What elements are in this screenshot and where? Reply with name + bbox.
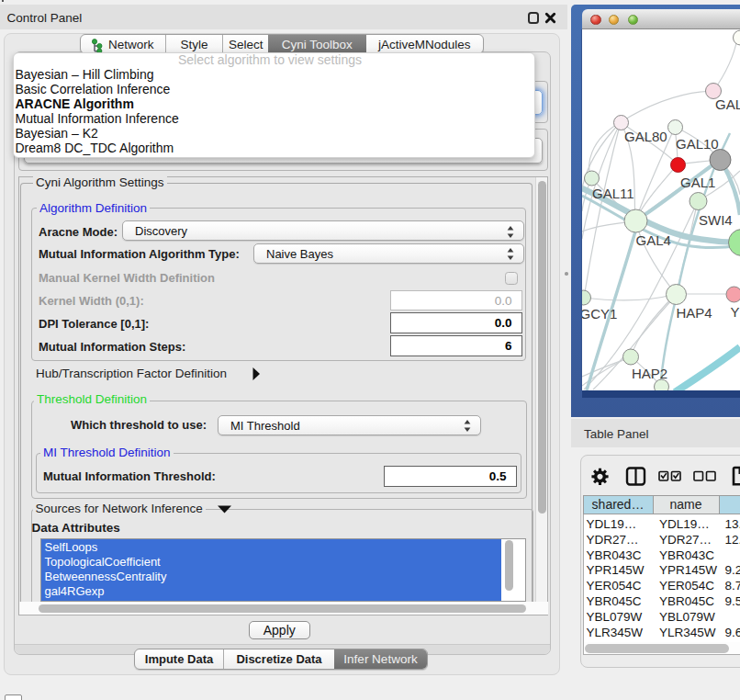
svg-text:GCY1: GCY1	[582, 306, 617, 322]
svg-text:HAP4: HAP4	[677, 305, 712, 321]
svg-text:GAL11: GAL11	[592, 186, 634, 201]
svg-text:GAL10: GAL10	[676, 136, 719, 152]
svg-text:GAL4: GAL4	[636, 232, 671, 248]
svg-text:GAL80: GAL80	[624, 129, 667, 144]
svg-text:HAP2: HAP2	[632, 366, 667, 381]
svg-text:GAL1: GAL1	[680, 175, 715, 190]
svg-text:SWI4: SWI4	[699, 212, 733, 228]
svg-text:YM: YM	[731, 304, 740, 320]
svg-text:GAL7: GAL7	[715, 96, 740, 112]
